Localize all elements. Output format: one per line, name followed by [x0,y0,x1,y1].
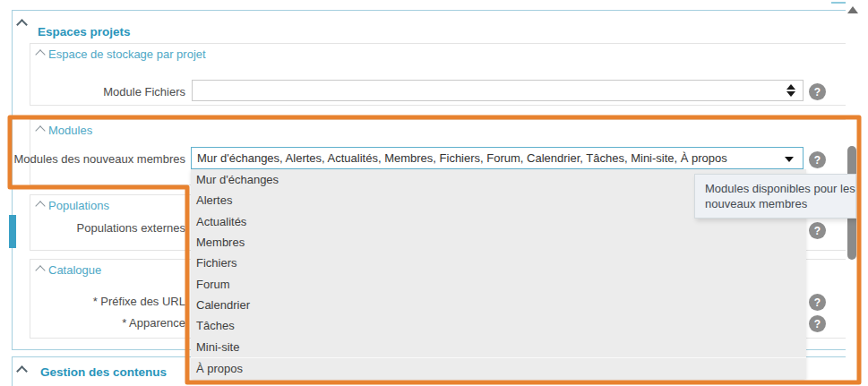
dropdown-option[interactable]: Fichiers [191,253,806,273]
scrollbar-up-arrow-icon[interactable] [847,6,858,13]
modules-nouveaux-membres-value: Mur d'échanges, Alertes, Actualités, Mem… [197,148,781,168]
section-title-espaces-projets[interactable]: Espaces projets [38,25,131,39]
tooltip-line-2: nouveaux membres [705,196,855,211]
module-fichiers-select[interactable] [192,80,804,101]
chevron-up-icon[interactable] [35,49,45,59]
dropdown-option[interactable]: Mini-site [191,336,806,356]
help-glyph: ? [814,154,821,167]
help-icon[interactable]: ? [809,83,826,100]
subsection-title-espace-stockage[interactable]: Espace de stockage par projet [48,47,206,61]
subsection-title-populations[interactable]: Populations [48,199,109,212]
help-icon[interactable]: ? [809,315,826,332]
settings-page: Espaces projets Espace de stockage par p… [0,0,868,386]
help-glyph: ? [814,86,821,99]
section-focus-indicator [9,215,16,248]
subsection-title-modules[interactable]: Modules [48,124,92,137]
help-icon[interactable]: ? [809,151,826,168]
chevron-up-icon[interactable] [16,365,28,377]
chevron-up-icon[interactable] [35,125,45,135]
modules-nouveaux-membres-select[interactable]: Mur d'échanges, Alertes, Actualités, Mem… [191,147,804,169]
updown-spinner-icon[interactable] [786,84,795,97]
subsection-title-catalogue[interactable]: Catalogue [48,263,101,277]
tooltip-line-1: Modules disponibles pour les [705,181,855,196]
chevron-up-icon[interactable] [16,19,28,30]
dropdown-option[interactable]: Membres [191,232,806,253]
label-modules-nouveaux-membres: Modules des nouveaux membres [4,152,185,166]
dropdown-option[interactable]: Calendrier [191,295,806,315]
label-module-fichiers: Module Fichiers [4,85,185,99]
help-tooltip: Modules disponibles pour les nouveaux me… [694,174,856,219]
label-apparence: * Apparence [4,316,185,330]
help-glyph: ? [814,225,821,237]
help-glyph: ? [814,296,821,309]
dropdown-option[interactable]: Forum [191,273,806,294]
dropdown-option[interactable]: À propos [191,357,806,379]
chevron-down-icon[interactable] [785,157,794,162]
dropdown-option[interactable]: Tâches [191,315,806,336]
help-icon[interactable]: ? [809,222,826,239]
help-icon[interactable]: ? [809,294,826,311]
chevron-up-icon[interactable] [35,201,45,210]
help-glyph: ? [814,318,821,330]
module-fichiers-value [198,81,781,101]
chevron-up-icon[interactable] [35,265,45,275]
section-title-gestion-des-contenus[interactable]: Gestion des contenus [40,365,167,379]
label-prefixe-des-url: * Préfixe des URL [4,295,185,308]
label-populations-externes: Populations externes [4,221,185,235]
